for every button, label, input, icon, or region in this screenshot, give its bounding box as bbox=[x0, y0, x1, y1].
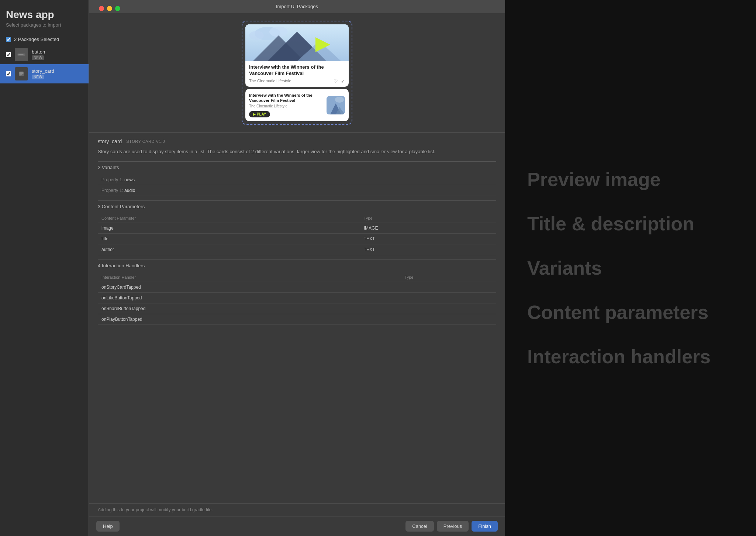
variant-value: audio bbox=[124, 188, 135, 193]
svg-rect-5 bbox=[20, 75, 21, 76]
story-card-small-title: Interview with the Winners of the Vancou… bbox=[249, 93, 323, 103]
window-title: Import UI Packages bbox=[276, 4, 318, 9]
preview-card-container: Interview with the Winners of the Vancou… bbox=[242, 21, 352, 125]
content-param-name: image bbox=[98, 223, 360, 233]
interaction-handler-row: onLikeButtonTapped bbox=[98, 292, 496, 303]
interaction-handlers-table: Interaction HandlerType onStoryCardTappe… bbox=[98, 273, 496, 325]
content-param-name: title bbox=[98, 233, 360, 244]
heart-icon[interactable]: ♡ bbox=[334, 78, 338, 84]
maximize-button[interactable] bbox=[115, 6, 120, 11]
bottom-bar: Help Cancel Previous Finish bbox=[89, 516, 505, 536]
interaction-handler-col-header: Interaction Handler bbox=[98, 273, 401, 282]
right-panel-preview-image: Preview image bbox=[527, 168, 734, 190]
cancel-button[interactable]: Cancel bbox=[405, 521, 434, 532]
main-dialog: Import UI Packages bbox=[89, 0, 505, 536]
story-card-small-author: The Cinematic Lifestyle bbox=[249, 104, 323, 108]
interaction-handler-type bbox=[401, 292, 496, 303]
content-param-row: authorTEXT bbox=[98, 244, 496, 255]
content-param-row: titleTEXT bbox=[98, 233, 496, 244]
sidebar-item-story-card[interactable]: story_card NEW bbox=[0, 64, 89, 83]
interaction-handler-name: onShareButtonTapped bbox=[98, 303, 401, 314]
interaction-handler-row: onPlayButtonTapped bbox=[98, 314, 496, 324]
variants-table: Property 1: newsProperty 1: audio bbox=[98, 175, 496, 196]
component-name: story_card bbox=[98, 138, 122, 144]
variant-row: Property 1: audio bbox=[98, 185, 496, 196]
variant-row: Property 1: news bbox=[98, 175, 496, 185]
sidebar-item-button[interactable]: button NEW bbox=[0, 45, 89, 64]
button-item-name: button bbox=[32, 49, 45, 55]
interaction-handler-name: onStoryCardTapped bbox=[98, 282, 401, 292]
minimize-button[interactable] bbox=[107, 6, 112, 11]
component-header: story_card STORY CARD V1.0 bbox=[98, 138, 496, 144]
story-card-small-thumb bbox=[327, 96, 345, 114]
story-card-large-author: The Cinematic Lifestyle bbox=[249, 79, 291, 83]
footer-note: Adding this to your project will modify … bbox=[89, 503, 505, 516]
svg-point-17 bbox=[335, 97, 344, 103]
content-param-row: imageIMAGE bbox=[98, 223, 496, 233]
story-card-small: Interview with the Winners of the Vancou… bbox=[245, 89, 349, 121]
interaction-handlers-header: 4 Interaction Handlers bbox=[98, 260, 496, 271]
svg-point-9 bbox=[249, 31, 264, 40]
right-panel: Preview image Title & description Varian… bbox=[505, 0, 756, 536]
content-param-name: author bbox=[98, 244, 360, 255]
select-all-checkbox[interactable] bbox=[6, 37, 11, 42]
sidebar-subtitle: Select packages to import bbox=[0, 22, 89, 34]
right-panel-interaction-handlers: Interaction handlers bbox=[527, 346, 734, 368]
interaction-handler-type bbox=[401, 314, 496, 324]
interaction-handler-col-header: Type bbox=[401, 273, 496, 282]
variants-header: 2 Variants bbox=[98, 161, 496, 173]
interaction-handler-row: onStoryCardTapped bbox=[98, 282, 496, 292]
story-card-item-name: story_card bbox=[32, 68, 54, 74]
interaction-handler-name: onLikeButtonTapped bbox=[98, 292, 401, 303]
button-icon bbox=[15, 48, 28, 61]
variant-property: Property 1: audio bbox=[98, 185, 496, 196]
content-params-header: 3 Content Parameters bbox=[98, 200, 496, 212]
right-panel-content-params: Content parameters bbox=[527, 301, 734, 323]
close-button[interactable] bbox=[99, 6, 104, 11]
variant-value: news bbox=[124, 177, 135, 182]
help-button[interactable]: Help bbox=[96, 521, 120, 532]
component-desc: Story cards are used to display story it… bbox=[98, 148, 496, 155]
title-bar: Import UI Packages bbox=[89, 0, 505, 13]
select-all-row[interactable]: 2 Packages Selected bbox=[0, 34, 89, 45]
sidebar: News app Select packages to import 2 Pac… bbox=[0, 0, 89, 536]
content-param-type: TEXT bbox=[360, 233, 496, 244]
select-all-label: 2 Packages Selected bbox=[14, 37, 59, 42]
content-param-type: TEXT bbox=[360, 244, 496, 255]
story-card-checkbox[interactable] bbox=[6, 71, 11, 76]
svg-rect-3 bbox=[20, 72, 24, 74]
share-icon[interactable]: ⤢ bbox=[341, 78, 345, 84]
right-panel-variants: Variants bbox=[527, 257, 734, 279]
interaction-handler-type bbox=[401, 282, 496, 292]
button-checkbox[interactable] bbox=[6, 52, 11, 57]
content-param-col-header: Type bbox=[360, 214, 496, 223]
svg-rect-4 bbox=[20, 75, 23, 75]
previous-button[interactable]: Previous bbox=[437, 521, 469, 532]
right-panel-title-desc: Title & description bbox=[527, 213, 734, 235]
interaction-handler-row: onShareButtonTapped bbox=[98, 303, 496, 314]
info-area: story_card STORY CARD V1.0 Story cards a… bbox=[89, 133, 505, 503]
interaction-handler-type bbox=[401, 303, 496, 314]
button-new-badge: NEW bbox=[32, 55, 44, 60]
component-version: STORY CARD V1.0 bbox=[126, 139, 165, 144]
preview-area: Interview with the Winners of the Vancou… bbox=[89, 13, 505, 133]
svg-rect-1 bbox=[18, 54, 23, 55]
story-card-icon bbox=[15, 67, 28, 80]
content-params-table: Content ParameterType imageIMAGEtitleTEX… bbox=[98, 214, 496, 255]
story-card-new-badge: NEW bbox=[32, 75, 44, 79]
content-param-type: IMAGE bbox=[360, 223, 496, 233]
story-card-large-image bbox=[245, 24, 349, 61]
finish-button[interactable]: Finish bbox=[472, 521, 498, 532]
svg-point-8 bbox=[269, 27, 288, 37]
content-param-col-header: Content Parameter bbox=[98, 214, 360, 223]
variant-property: Property 1: news bbox=[98, 175, 496, 185]
story-card-large-title: Interview with the Winners of the Vancou… bbox=[249, 64, 345, 77]
story-card-large: Interview with the Winners of the Vancou… bbox=[245, 24, 349, 87]
interaction-handler-name: onPlayButtonTapped bbox=[98, 314, 401, 324]
play-button[interactable]: ▶ PLAY bbox=[249, 111, 270, 117]
app-title: News app bbox=[0, 6, 89, 22]
